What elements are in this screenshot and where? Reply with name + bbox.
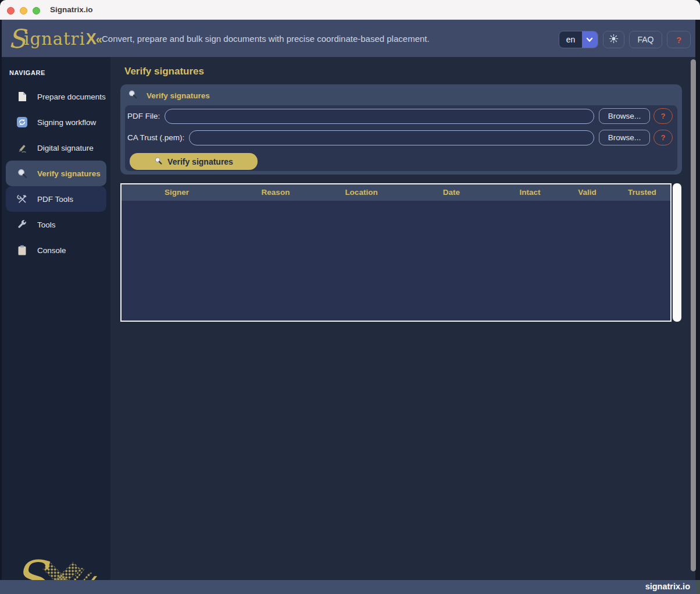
faq-button[interactable]: FAQ	[629, 31, 662, 48]
signatures-table: Signer Reason Location Date Intact Valid…	[120, 183, 672, 322]
app-logo: SignatriX«	[8, 24, 101, 54]
ca-trust-browse-button[interactable]: Browse...	[599, 130, 650, 145]
logo-letter-s: S	[8, 26, 26, 52]
magnifier-icon	[154, 156, 163, 167]
logo-x-mark: X	[86, 30, 97, 48]
statusbar-brand: signatrix.io	[645, 582, 690, 591]
verify-signatures-button[interactable]: Verify signatures	[130, 153, 258, 170]
table-scrollbar[interactable]	[673, 183, 681, 322]
verify-button-label: Verify signatures	[167, 157, 233, 166]
sidebar-item-prepare-documents[interactable]: Prepare documents	[6, 84, 106, 109]
app-window: Signatrix.io SignatriX« Convert, prepare…	[0, 0, 700, 594]
sidebar-item-label: PDF Tools	[37, 195, 73, 204]
pdf-file-label: PDF File:	[127, 112, 160, 120]
column-header-intact: Intact	[499, 184, 560, 201]
desktop-glimpse	[695, 580, 700, 594]
sidebar-item-label: Signing workflow	[37, 118, 96, 127]
sidebar-item-label: Console	[37, 246, 66, 255]
column-header-signer: Signer	[122, 184, 232, 201]
column-header-trusted: Trusted	[614, 184, 670, 201]
sidebar-item-label: Digital signature	[37, 144, 94, 152]
logo-text: ignatri	[24, 29, 85, 49]
header-help-button[interactable]: ?	[667, 31, 691, 48]
main-content: Verify signatures Verify signatures PDF …	[110, 57, 700, 580]
table-header-row: Signer Reason Location Date Intact Valid…	[122, 184, 670, 201]
window-right-edge	[695, 20, 700, 580]
sun-icon	[609, 34, 619, 45]
signature-pen-icon	[16, 142, 28, 154]
column-header-location: Location	[319, 184, 403, 201]
ca-trust-label: CA Trust (.pem):	[127, 133, 184, 142]
column-header-valid: Valid	[560, 184, 614, 201]
magnifier-icon	[16, 168, 28, 179]
chevron-down-icon[interactable]	[582, 31, 598, 48]
wrench-icon	[16, 219, 28, 230]
sidebar-section-label: NAVIGARE	[9, 69, 45, 76]
window-title: Signatrix.io	[50, 5, 93, 14]
app-header: SignatriX« Convert, prepare and bulk sig…	[0, 20, 700, 57]
sidebar: NAVIGARE Prepare documents Signing workf…	[0, 57, 110, 580]
logo-chevrons: «	[96, 33, 101, 46]
verify-signatures-panel: Verify signatures PDF File: Browse... ? …	[120, 84, 682, 175]
sidebar-item-verify-signatures[interactable]: Verify signatures	[6, 161, 106, 186]
hammer-wrench-icon	[16, 193, 28, 205]
sidebar-item-pdf-tools[interactable]: PDF Tools	[6, 186, 106, 212]
zoom-button[interactable]	[33, 7, 40, 15]
ca-trust-input[interactable]	[189, 130, 594, 145]
column-header-date: Date	[403, 184, 499, 201]
theme-toggle-button[interactable]	[603, 31, 624, 48]
sidebar-item-tools[interactable]: Tools	[6, 212, 106, 237]
panel-legend-label: Verify signatures	[147, 91, 210, 100]
table-body-empty	[122, 201, 670, 321]
language-value: en	[559, 31, 582, 48]
minimize-button[interactable]	[20, 7, 27, 15]
sidebar-item-digital-signature[interactable]: Digital signature	[6, 135, 106, 161]
document-icon	[16, 91, 28, 102]
titlebar: Signatrix.io	[0, 0, 700, 20]
close-button[interactable]	[7, 7, 15, 15]
window-left-edge	[0, 20, 2, 594]
sidebar-item-signing-workflow[interactable]: Signing workflow	[6, 109, 106, 135]
app-tagline: Convert, prepare and bulk sign documents…	[102, 34, 430, 44]
magnifier-icon	[128, 90, 138, 102]
pdf-file-input[interactable]	[165, 109, 594, 124]
sidebar-item-label: Tools	[37, 220, 56, 229]
sidebar-item-label: Prepare documents	[37, 93, 106, 101]
column-header-reason: Reason	[232, 184, 319, 201]
sidebar-item-label: Verify signatures	[37, 169, 101, 178]
window-scrollbar[interactable]	[691, 59, 696, 571]
sidebar-item-console[interactable]: Console	[6, 237, 106, 263]
page-title: Verify signatures	[124, 66, 204, 77]
pdf-file-browse-button[interactable]: Browse...	[599, 108, 650, 124]
statusbar: signatrix.io	[0, 580, 696, 594]
language-select[interactable]: en	[559, 31, 598, 48]
sync-icon	[16, 116, 28, 128]
verify-form: PDF File: Browse... ? CA Trust (.pem): B…	[125, 105, 677, 171]
ca-trust-help-button[interactable]: ?	[653, 130, 673, 145]
pdf-file-help-button[interactable]: ?	[653, 108, 673, 124]
clipboard-icon	[16, 244, 28, 256]
